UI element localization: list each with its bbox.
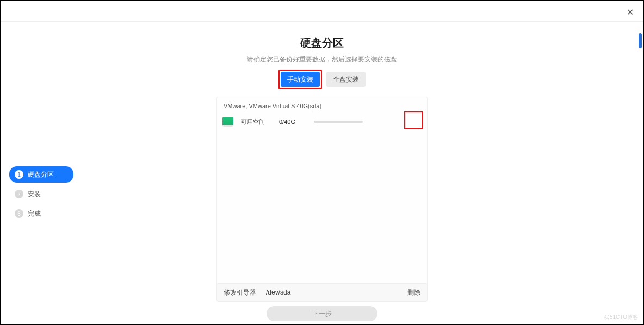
disk-header: VMware, VMware Virtual S 40G(sda) [222,101,422,114]
bootloader-row: 修改引导器 /dev/sda 删除 [216,283,428,302]
disk-usage-bar [314,121,363,123]
close-icon[interactable]: ✕ [627,7,634,17]
bootloader-value[interactable]: /dev/sda [266,289,290,296]
disk-select-box[interactable] [404,111,423,129]
delete-button[interactable]: 删除 [407,288,420,297]
next-button[interactable]: 下一步 [267,306,377,321]
page-subtitle: 请确定您已备份好重要数据，然后选择要安装的磁盘 [247,55,397,64]
disk-panel: VMware, VMware Virtual S 40G(sda) 可用空间 0… [216,97,428,287]
tab-full-install[interactable]: 全盘安装 [326,72,366,87]
disk-free-label: 可用空间 [241,118,271,126]
highlight-manual-tab: 手动安装 [278,70,322,89]
disk-icon [222,117,233,127]
tab-manual-install[interactable]: 手动安装 [281,72,320,87]
disk-size: 0/40G [279,118,306,125]
bootloader-label: 修改引导器 [224,288,256,297]
page-title: 硬盘分区 [300,36,344,51]
watermark: @51CTO博客 [604,314,638,321]
disk-row[interactable]: 可用空间 0/40G [222,114,422,130]
